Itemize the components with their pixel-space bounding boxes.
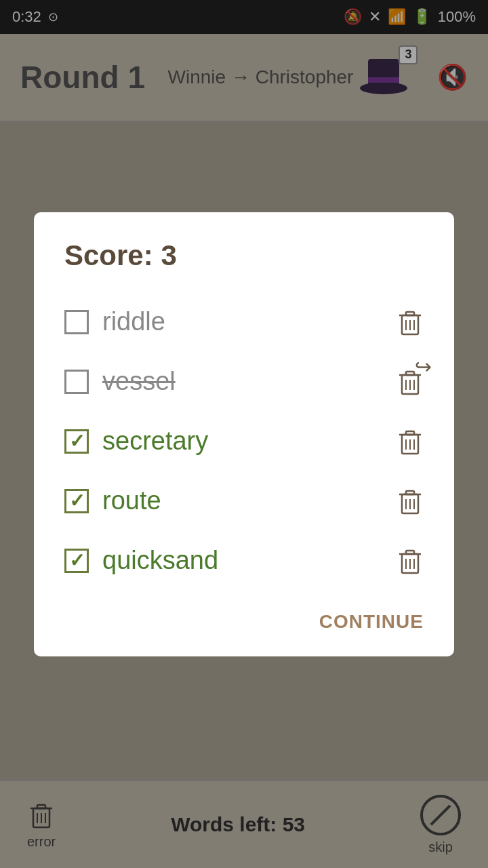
trash-svg-secretary	[396, 427, 424, 456]
trash-button-route[interactable]	[396, 486, 424, 516]
continue-button[interactable]: CONTINUE	[319, 611, 424, 632]
word-item-secretary: ✓secretary	[64, 412, 424, 471]
trash-button-quicksand[interactable]	[396, 546, 424, 576]
word-left-route: ✓route	[64, 486, 161, 515]
svg-rect-29	[406, 491, 414, 494]
trash-svg-riddle	[396, 307, 424, 337]
word-label-vessel: vessel	[102, 367, 176, 396]
trash-svg-quicksand	[396, 546, 424, 576]
word-item-vessel: vessel↩	[64, 352, 424, 412]
checkmark-secretary: ✓	[69, 430, 85, 452]
word-item-quicksand: ✓quicksand	[64, 531, 424, 591]
checkbox-route[interactable]: ✓	[64, 489, 89, 513]
checkmark-route: ✓	[69, 490, 85, 512]
checkmark-quicksand: ✓	[69, 549, 85, 572]
trash-svg-route	[396, 486, 424, 516]
word-left-riddle: riddle	[64, 307, 165, 336]
dialog-overlay: Score: 3 riddle vessel↩ ✓secretary ✓rout…	[0, 0, 488, 868]
checkbox-riddle[interactable]	[64, 310, 89, 334]
undo-icon-vessel: ↩	[415, 355, 432, 378]
score-dialog: Score: 3 riddle vessel↩ ✓secretary ✓rout…	[34, 212, 454, 656]
word-item-route: ✓route	[64, 471, 424, 531]
trash-button-secretary[interactable]	[396, 427, 424, 456]
trash-button-riddle[interactable]	[396, 307, 424, 337]
word-item-riddle: riddle	[64, 292, 424, 352]
svg-rect-23	[406, 431, 414, 435]
word-label-secretary: secretary	[102, 427, 208, 456]
word-left-secretary: ✓secretary	[64, 427, 208, 456]
word-left-quicksand: ✓quicksand	[64, 546, 218, 575]
word-list: riddle vessel↩ ✓secretary ✓route ✓quicks…	[64, 292, 424, 591]
word-label-quicksand: quicksand	[102, 546, 218, 575]
dialog-title: Score: 3	[64, 239, 424, 272]
word-left-vessel: vessel	[64, 367, 176, 396]
word-label-riddle: riddle	[102, 307, 165, 336]
svg-rect-17	[406, 372, 414, 375]
word-label-route: route	[102, 486, 161, 515]
trash-button-vessel[interactable]: ↩	[396, 367, 424, 397]
svg-rect-35	[406, 551, 414, 554]
checkbox-secretary[interactable]: ✓	[64, 429, 89, 454]
svg-rect-11	[406, 312, 414, 315]
checkbox-quicksand[interactable]: ✓	[64, 549, 89, 573]
checkbox-vessel[interactable]	[64, 370, 89, 394]
continue-section: CONTINUE	[64, 611, 424, 633]
